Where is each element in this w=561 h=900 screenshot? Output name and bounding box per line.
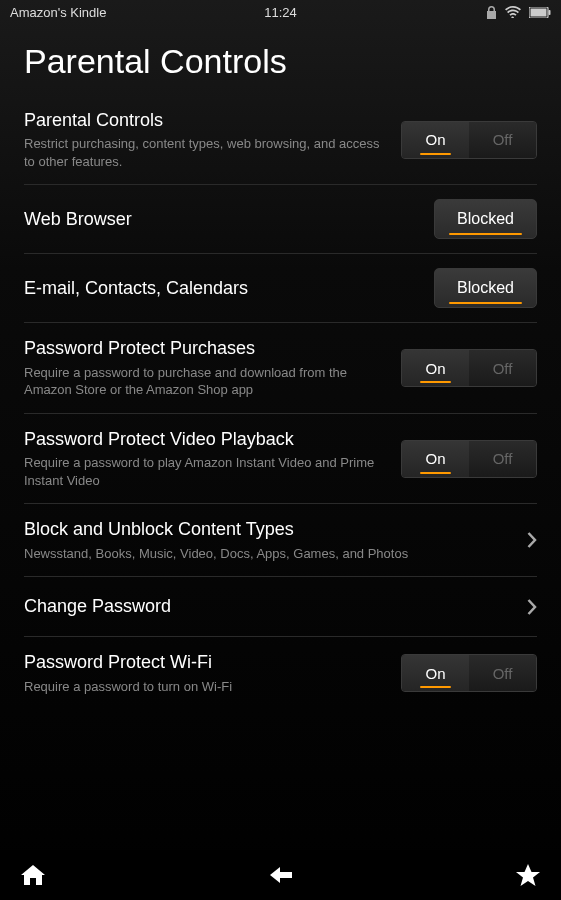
toggle-off[interactable]: Off: [469, 441, 536, 477]
settings-list: Parental Controls Restrict purchasing, c…: [0, 95, 561, 709]
chevron-right-icon: [527, 599, 537, 615]
battery-icon: [529, 7, 551, 18]
svg-rect-2: [548, 10, 550, 15]
parental-controls-toggle[interactable]: On Off: [401, 121, 537, 159]
page-title: Parental Controls: [0, 24, 561, 95]
setting-subtitle: Require a password to purchase and downl…: [24, 364, 385, 399]
status-app-name: Amazon's Kindle: [10, 5, 190, 20]
setting-subtitle: Require a password to play Amazon Instan…: [24, 454, 385, 489]
toggle-on[interactable]: On: [402, 122, 469, 158]
setting-title: Parental Controls: [24, 109, 385, 132]
star-icon[interactable]: [515, 863, 541, 887]
status-time: 11:24: [190, 5, 370, 20]
setting-title: Block and Unblock Content Types: [24, 518, 503, 541]
web-browser-blocked-button[interactable]: Blocked: [434, 199, 537, 239]
setting-email-contacts[interactable]: E-mail, Contacts, Calendars Blocked: [24, 254, 537, 323]
password-video-toggle[interactable]: On Off: [401, 440, 537, 478]
setting-subtitle: Newsstand, Books, Music, Video, Docs, Ap…: [24, 545, 503, 563]
back-icon[interactable]: [268, 865, 294, 885]
setting-title: Change Password: [24, 595, 503, 618]
status-bar: Amazon's Kindle 11:24: [0, 0, 561, 24]
setting-block-content[interactable]: Block and Unblock Content Types Newsstan…: [24, 504, 537, 577]
wifi-icon: [505, 6, 521, 18]
setting-web-browser[interactable]: Web Browser Blocked: [24, 185, 537, 254]
setting-change-password[interactable]: Change Password: [24, 577, 537, 637]
chevron-right-icon: [527, 532, 537, 548]
toggle-off[interactable]: Off: [469, 122, 536, 158]
password-wifi-toggle[interactable]: On Off: [401, 654, 537, 692]
email-blocked-button[interactable]: Blocked: [434, 268, 537, 308]
setting-title: Password Protect Purchases: [24, 337, 385, 360]
setting-password-purchases: Password Protect Purchases Require a pas…: [24, 323, 537, 413]
password-purchases-toggle[interactable]: On Off: [401, 349, 537, 387]
setting-password-video: Password Protect Video Playback Require …: [24, 414, 537, 504]
setting-parental-controls: Parental Controls Restrict purchasing, c…: [24, 95, 537, 185]
setting-password-wifi: Password Protect Wi-Fi Require a passwor…: [24, 637, 537, 709]
svg-rect-1: [530, 8, 546, 16]
setting-title: E-mail, Contacts, Calendars: [24, 277, 418, 300]
bottom-nav: [0, 850, 561, 900]
toggle-on[interactable]: On: [402, 441, 469, 477]
setting-subtitle: Require a password to turn on Wi-Fi: [24, 678, 385, 696]
setting-subtitle: Restrict purchasing, content types, web …: [24, 135, 385, 170]
toggle-on[interactable]: On: [402, 655, 469, 691]
home-icon[interactable]: [20, 863, 46, 887]
toggle-off[interactable]: Off: [469, 350, 536, 386]
toggle-off[interactable]: Off: [469, 655, 536, 691]
setting-title: Password Protect Wi-Fi: [24, 651, 385, 674]
lock-icon: [486, 6, 497, 19]
setting-title: Web Browser: [24, 208, 418, 231]
setting-title: Password Protect Video Playback: [24, 428, 385, 451]
toggle-on[interactable]: On: [402, 350, 469, 386]
